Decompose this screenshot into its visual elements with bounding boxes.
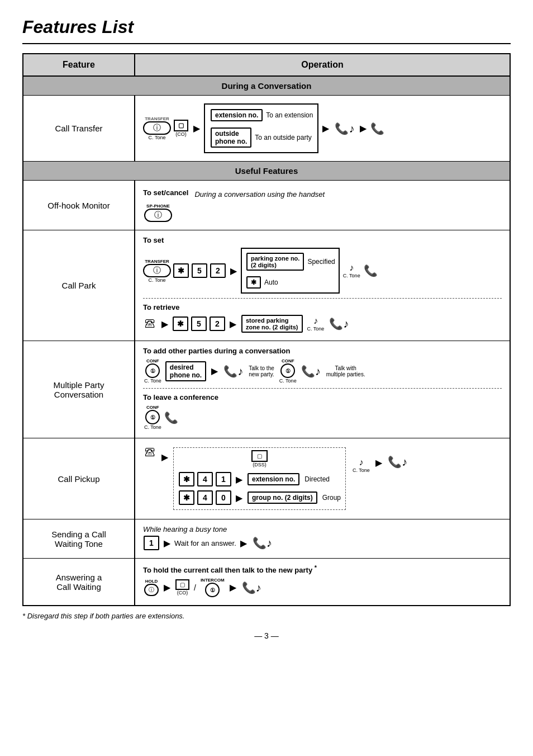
- star-key-retrieve: ✱: [173, 316, 188, 331]
- co-btn-answering: ▢ (CO): [175, 579, 189, 596]
- key-1-waiting: 1: [144, 536, 159, 550]
- row-call-pickup: Call Pickup 🕾 ▶ ▢ (DSS) ✱ 4 1 ▶ exte: [23, 438, 510, 519]
- extension-no-pickup-key: extension no.: [248, 473, 299, 485]
- arrow-directed: ▶: [236, 474, 242, 485]
- key-4-directed: 4: [197, 472, 213, 486]
- arrow-park: ▶: [230, 266, 237, 276]
- talk-icon-pickup: 📞♪: [388, 455, 407, 469]
- page-number: — 3 —: [22, 631, 511, 640]
- to-outside-label: To an outside party: [255, 134, 311, 141]
- talk-icon-answering: 📞♪: [242, 581, 261, 594]
- talk-icon: 📞♪: [335, 122, 354, 135]
- multiple-party-add-header: To add other parties during a conversati…: [143, 347, 502, 355]
- tone-group-retrieve: ♪ C. Tone: [307, 316, 325, 332]
- row-call-park: Call Park To set TRANSFER ⓘ C. Tone ✱ 5 …: [23, 230, 510, 341]
- ringing-icon-park: 🕾: [145, 318, 156, 330]
- feature-multiple-party: Multiple PartyConversation: [23, 341, 135, 438]
- fax-icon-park: 📞: [364, 264, 378, 277]
- call-park-retrieve-section: To retrieve 🕾 ▶ ✱ 5 2 ▶ stored parkingzo…: [143, 298, 502, 333]
- operation-multiple-party: To add other parties during a conversati…: [135, 341, 510, 438]
- outside-phone-no-key: outsidephone no.: [211, 127, 251, 148]
- operation-call-transfer: TRANSFER ⓘ C. Tone ▢ (CO) ▶: [135, 96, 510, 161]
- row-answering-call-waiting: Answering aCall Waiting To hold the curr…: [23, 559, 510, 605]
- feature-call-park: Call Park: [23, 230, 135, 341]
- arrow-answering: ▶: [164, 582, 170, 593]
- row-multiple-party: Multiple PartyConversation To add other …: [23, 341, 510, 438]
- operation-call-pickup: 🕾 ▶ ▢ (DSS) ✱ 4 1 ▶ extension no. Direct…: [135, 438, 510, 519]
- footnote-text: * Disregard this step if both parties ar…: [22, 612, 511, 620]
- call-park-set-header: To set: [143, 236, 502, 244]
- transfer-button-icon: TRANSFER ⓘ C. Tone: [143, 116, 171, 140]
- stored-parking-key: stored parkingzone no. (2 digits): [241, 315, 303, 333]
- talk-icon-waiting: 📞♪: [253, 536, 272, 550]
- key-4-group: 4: [197, 490, 213, 505]
- arrow-pickup-final: ▶: [375, 457, 382, 468]
- arrow-retrieve: ▶: [161, 319, 168, 329]
- arrow-waiting: ▶: [164, 538, 170, 549]
- group-no-key: group no. (2 digits): [248, 492, 317, 504]
- feature-answering-call-waiting: Answering aCall Waiting: [23, 559, 135, 605]
- dss-rect: ▢: [251, 450, 268, 462]
- header-operation: Operation: [135, 54, 510, 75]
- key-5-park: 5: [192, 263, 207, 278]
- wait-label: Wait for an answer.: [174, 539, 236, 547]
- specified-label: Specified: [307, 258, 335, 266]
- arrow-retrieve2: ▶: [230, 319, 236, 329]
- leave-conference-section: To leave a conference CONF ① C. Tone 📞: [143, 388, 502, 430]
- features-table: Feature Operation During a Conversation …: [22, 53, 511, 606]
- star-group: ✱: [179, 490, 194, 505]
- arrow-mpc1: ▶: [211, 366, 218, 376]
- page-title: Features List: [22, 17, 511, 37]
- extension-no-key: extension no.: [211, 109, 263, 121]
- section-useful-features: Useful Features: [23, 162, 510, 181]
- conf-button-leave: CONF ① C. Tone: [144, 405, 161, 430]
- key-0-group: 0: [216, 490, 231, 505]
- tone-group-park: ♪ C. Tone: [343, 263, 360, 278]
- fax-icon: 📞: [370, 122, 384, 135]
- group-label: Group: [322, 494, 341, 502]
- row-call-transfer: Call Transfer TRANSFER ⓘ C. Tone ▢ (CO): [23, 96, 510, 162]
- arrow-answering2: ▶: [230, 582, 236, 593]
- ringing-icon-pickup: 🕾: [145, 446, 156, 459]
- slash-icon: /: [194, 583, 196, 592]
- offhook-description: During a conversation using the handset: [194, 190, 325, 199]
- sp-phone-group: SP-PHONE ⓘ: [144, 204, 172, 222]
- arrow3-icon: ▶: [360, 123, 367, 134]
- arrow-icon: ▶: [193, 123, 200, 134]
- talk-icon-mpc2: 📞♪: [301, 365, 321, 378]
- arrow-pickup: ▶: [161, 452, 168, 462]
- header-feature: Feature: [23, 54, 135, 75]
- operation-call-park: To set TRANSFER ⓘ C. Tone ✱ 5 2 ▶ parkin…: [135, 230, 510, 341]
- arrow-group: ▶: [236, 493, 242, 503]
- key-5-retrieve: 5: [191, 316, 207, 331]
- fax-leave-icon: 📞: [164, 411, 178, 424]
- call-park-retrieve-header: To retrieve: [143, 303, 502, 311]
- intercom-btn-answering: INTERCOM ①: [201, 578, 225, 597]
- dss-group: ▢ (DSS): [179, 450, 340, 467]
- auto-label: Auto: [264, 278, 278, 286]
- directed-label: Directed: [304, 475, 330, 483]
- parking-zone-key: parking zone no.(2 digits): [246, 253, 304, 271]
- conf-button-2: CONF ① C. Tone: [279, 358, 297, 384]
- conf-button-1: CONF ① C. Tone: [144, 358, 161, 384]
- row-sending-call-waiting: Sending a CallWaiting Tone While hearing…: [23, 519, 510, 559]
- operation-offhook-monitor: To set/cancel During a conversation usin…: [135, 181, 510, 230]
- star-key-1: ✱: [173, 263, 189, 278]
- talk-icon-mpc1: 📞♪: [223, 365, 243, 378]
- feature-call-transfer: Call Transfer: [23, 96, 135, 161]
- feature-call-pickup: Call Pickup: [23, 438, 135, 519]
- tone-group-pickup: ♪ C. Tone: [353, 457, 370, 473]
- leave-conference-header: To leave a conference: [143, 393, 502, 401]
- star-auto-key: ✱: [246, 276, 261, 289]
- arrow2-icon: ▶: [322, 123, 329, 134]
- star-directed: ✱: [179, 472, 194, 486]
- offhook-subheader: To set/cancel: [143, 188, 188, 197]
- pickup-dss-box: ▢ (DSS) ✱ 4 1 ▶ extension no. Directed ✱…: [173, 447, 346, 510]
- transfer-btn-park: TRANSFER ⓘ C. Tone: [143, 259, 171, 283]
- arrow-waiting2: ▶: [240, 538, 247, 549]
- feature-sending-call-waiting: Sending a CallWaiting Tone: [23, 519, 135, 558]
- table-header: Feature Operation: [23, 54, 510, 77]
- co-button-icon: ▢ (CO): [174, 120, 188, 137]
- to-extension-label: To an extension: [266, 111, 313, 119]
- section-during-conversation: During a Conversation: [23, 77, 510, 96]
